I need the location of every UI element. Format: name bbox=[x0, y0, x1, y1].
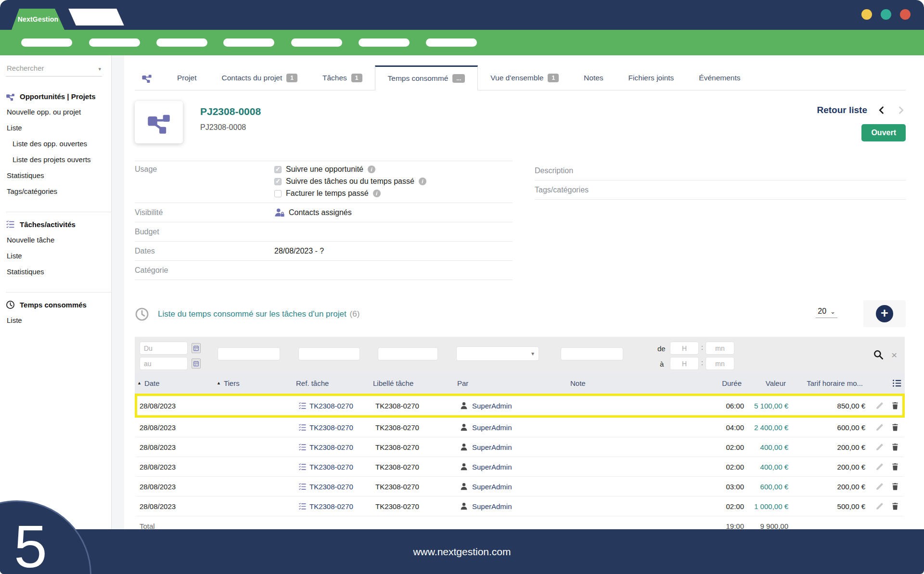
user-link[interactable]: SuperAdmin bbox=[460, 401, 512, 410]
nav-pill-placeholder bbox=[359, 38, 410, 47]
search-input[interactable] bbox=[6, 60, 102, 76]
task-ref-label: TK2308-0270 bbox=[309, 443, 353, 451]
value-link[interactable]: 600,00 € bbox=[760, 483, 788, 491]
content-gutter bbox=[112, 55, 124, 529]
filter-minute-from-input[interactable] bbox=[706, 342, 734, 355]
sidebar-item-liste-taches[interactable]: Liste bbox=[7, 252, 111, 260]
delete-icon[interactable] bbox=[891, 502, 899, 510]
sidebar-item-liste-opp[interactable]: Liste bbox=[7, 124, 111, 132]
sidebar-item-nouvelle-tache[interactable]: Nouvelle tâche bbox=[7, 236, 111, 244]
column-header-ref-tache[interactable]: Ref. tâche bbox=[294, 379, 371, 387]
user-link[interactable]: SuperAdmin bbox=[460, 423, 512, 432]
task-ref-link[interactable]: TK2308-0270 bbox=[298, 443, 353, 451]
edit-icon[interactable] bbox=[875, 482, 884, 491]
edit-icon[interactable] bbox=[875, 423, 884, 432]
column-header-libelle-tache[interactable]: Libellé tâche bbox=[371, 379, 455, 387]
filter-date-from-input[interactable] bbox=[140, 342, 188, 355]
filter-note-input[interactable] bbox=[561, 347, 623, 360]
edit-icon[interactable] bbox=[875, 462, 884, 471]
sidebar-item-statistiques-opp[interactable]: Statistiques bbox=[7, 171, 111, 179]
task-list-icon bbox=[298, 423, 307, 432]
return-list-link[interactable]: Retour liste bbox=[817, 105, 867, 115]
checkbox-checked[interactable] bbox=[274, 178, 282, 185]
tab-notes[interactable]: Notes bbox=[571, 65, 616, 90]
delete-icon[interactable] bbox=[891, 401, 899, 410]
tab-label: Notes bbox=[584, 74, 603, 82]
page-size-select[interactable]: 20 ⌄ bbox=[816, 306, 837, 318]
time-separator: : bbox=[701, 344, 703, 351]
user-link[interactable]: SuperAdmin bbox=[460, 482, 512, 491]
column-header-par[interactable]: Par bbox=[455, 379, 568, 387]
checkbox-checked[interactable] bbox=[274, 166, 282, 173]
user-link[interactable]: SuperAdmin bbox=[460, 502, 512, 510]
nav-pill-placeholder bbox=[89, 38, 140, 47]
filter-libelle-input[interactable] bbox=[378, 347, 438, 360]
calendar-icon[interactable] bbox=[192, 358, 201, 369]
filter-hour-from-input[interactable] bbox=[670, 342, 699, 355]
task-ref-link[interactable]: TK2308-0270 bbox=[298, 502, 353, 510]
user-link[interactable]: SuperAdmin bbox=[460, 462, 512, 471]
add-time-entry-button[interactable]: + bbox=[863, 300, 906, 327]
sidebar-item-liste-projets-ouverts[interactable]: Liste des projets ouverts bbox=[13, 155, 111, 164]
sidebar-item-liste-temps[interactable]: Liste bbox=[7, 316, 111, 324]
nav-pill-placeholder bbox=[223, 38, 274, 47]
chevron-down-icon[interactable]: ▾ bbox=[98, 66, 101, 72]
value-link[interactable]: 5 100,00 € bbox=[754, 402, 788, 410]
chevron-left-icon[interactable] bbox=[877, 105, 886, 115]
column-header-note[interactable]: Note bbox=[568, 379, 695, 387]
cell-duree: 04:00 bbox=[698, 423, 746, 432]
filter-minute-to-input[interactable] bbox=[706, 357, 734, 370]
column-config-button[interactable] bbox=[865, 378, 905, 388]
task-ref-link[interactable]: TK2308-0270 bbox=[298, 483, 353, 491]
tab-fichiers-joints[interactable]: Fichiers joints bbox=[616, 65, 687, 90]
value-link[interactable]: 2 400,00 € bbox=[754, 423, 788, 432]
column-header-tarif[interactable]: Tarif horaire mo... bbox=[788, 379, 865, 387]
task-ref-link[interactable]: TK2308-0270 bbox=[298, 423, 353, 432]
task-ref-link[interactable]: TK2308-0270 bbox=[298, 402, 353, 410]
sidebar-title-taches[interactable]: Tâches/activités bbox=[6, 220, 111, 229]
task-ref-link[interactable]: TK2308-0270 bbox=[298, 463, 353, 471]
footer-url[interactable]: www.nextgestion.com bbox=[413, 546, 511, 558]
value-link[interactable]: 400,00 € bbox=[760, 463, 788, 471]
filter-date-to-input[interactable] bbox=[140, 357, 188, 370]
sidebar-item-tags-categories[interactable]: Tags/catégories bbox=[7, 187, 111, 195]
calendar-icon[interactable] bbox=[192, 343, 201, 353]
tab-vue-densemble[interactable]: Vue d'ensemble1 bbox=[478, 65, 571, 90]
filter-from-label: de bbox=[657, 344, 666, 353]
clear-filters-icon[interactable]: × bbox=[891, 350, 897, 360]
chevron-right-icon[interactable] bbox=[896, 105, 906, 115]
tab-evenements[interactable]: Événements bbox=[686, 65, 753, 90]
value-link[interactable]: 1 000,00 € bbox=[754, 502, 788, 510]
status-open-button[interactable]: Ouvert bbox=[861, 124, 906, 141]
filter-tiers-input[interactable] bbox=[218, 347, 280, 360]
tab-taches[interactable]: Tâches1 bbox=[310, 65, 375, 90]
filter-par-select[interactable]: ▾ bbox=[456, 346, 539, 361]
value-link[interactable]: 400,00 € bbox=[760, 443, 788, 451]
sidebar-title-opportunites[interactable]: Opportunités | Projets bbox=[6, 92, 111, 101]
column-header-tiers[interactable]: ▲Tiers bbox=[214, 379, 294, 387]
user-link[interactable]: SuperAdmin bbox=[460, 443, 512, 451]
column-label: Tarif horaire mo... bbox=[807, 379, 863, 387]
sidebar-item-statistiques-taches[interactable]: Statistiques bbox=[7, 268, 111, 276]
delete-icon[interactable] bbox=[891, 423, 899, 432]
filter-hour-to-input[interactable] bbox=[670, 357, 699, 370]
tab-projet[interactable]: Projet bbox=[165, 65, 209, 90]
column-header-date[interactable]: ▲Date bbox=[135, 379, 214, 387]
column-header-valeur[interactable]: Valeur bbox=[744, 379, 788, 387]
tab-contacts-du-projet[interactable]: Contacts du projet1 bbox=[209, 65, 310, 90]
delete-icon[interactable] bbox=[891, 462, 899, 471]
filter-ref-tache-input[interactable] bbox=[298, 347, 360, 360]
sidebar-item-nouvelle-opp[interactable]: Nouvelle opp. ou projet bbox=[7, 108, 111, 116]
checkbox-unchecked[interactable] bbox=[274, 190, 282, 197]
delete-icon[interactable] bbox=[891, 482, 899, 491]
sidebar-title-temps[interactable]: Temps consommés bbox=[6, 300, 111, 309]
column-header-duree[interactable]: Durée bbox=[695, 379, 744, 387]
tab-temps-consomme[interactable]: Temps consommé... bbox=[375, 65, 478, 90]
search-icon[interactable] bbox=[873, 349, 884, 360]
cell-libelle: TK2308-0270 bbox=[373, 483, 457, 491]
delete-icon[interactable] bbox=[891, 443, 899, 451]
edit-icon[interactable] bbox=[875, 443, 884, 451]
edit-icon[interactable] bbox=[875, 401, 884, 410]
edit-icon[interactable] bbox=[875, 502, 884, 510]
sidebar-item-liste-opp-ouvertes[interactable]: Liste des opp. ouvertes bbox=[13, 140, 111, 148]
